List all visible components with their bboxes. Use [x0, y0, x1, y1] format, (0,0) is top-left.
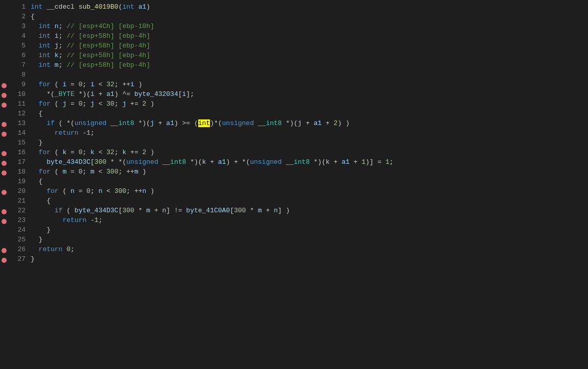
- ln-11: 11: [12, 99, 26, 109]
- bp-16: [0, 147, 9, 157]
- code-line-5: int j; // [esp+58h] [ebp-4h]: [29, 41, 588, 51]
- ln-1: 1: [12, 2, 26, 12]
- bp-19: [0, 177, 9, 186]
- bp-15: [0, 138, 9, 147]
- ln-14: 14: [12, 128, 26, 138]
- breakpoint-dot-13[interactable]: [2, 122, 7, 127]
- ln-24: 24: [12, 225, 26, 235]
- bp-5: [0, 41, 9, 51]
- code-line-16: for ( k = 0; k < 32; k += 2 ): [29, 147, 588, 157]
- bp-3: [0, 21, 9, 31]
- code-line-18: for ( m = 0; m < 300; ++m ): [29, 167, 588, 177]
- breakpoint-dot-22[interactable]: [2, 209, 7, 214]
- bp-21: [0, 196, 9, 206]
- bp-27: [0, 254, 9, 264]
- ln-3: 3: [12, 21, 26, 31]
- ln-20: 20: [12, 186, 26, 196]
- code-line-4: int i; // [esp+58h] [ebp-4h]: [29, 31, 588, 41]
- bp-2: [0, 12, 9, 21]
- line-numbers: 1 2 3 4 5 6 7 8 9 10 11 12 13 14 15 16 1…: [9, 2, 29, 369]
- code-line-11: for ( j = 0; j < 30; j += 2 ): [29, 99, 588, 109]
- ln-16: 16: [12, 147, 26, 157]
- breakpoint-dot-27[interactable]: [2, 258, 7, 263]
- bp-25: [0, 235, 9, 244]
- code-area[interactable]: int __cdecl sub_4019B0(int a1) { int n; …: [29, 2, 588, 369]
- bp-26: [0, 244, 9, 254]
- ln-22: 22: [12, 206, 26, 215]
- code-line-22: if ( byte_434D3C[300 * m + n] != byte_41…: [29, 206, 588, 215]
- bp-14: [0, 128, 9, 138]
- bp-23: [0, 215, 9, 225]
- code-line-3: int n; // [esp+4Ch] [ebp-10h]: [29, 21, 588, 31]
- bp-8: [0, 70, 9, 80]
- bp-18: [0, 167, 9, 177]
- ln-15: 15: [12, 138, 26, 147]
- code-line-19: {: [29, 177, 588, 186]
- breakpoint-dot-17[interactable]: [2, 161, 7, 166]
- bp-6: [0, 51, 9, 60]
- code-line-21: {: [29, 196, 588, 206]
- code-line-8: [29, 70, 588, 80]
- code-line-27: }: [29, 254, 588, 264]
- ln-6: 6: [12, 51, 26, 60]
- bp-11: [0, 99, 9, 109]
- breakpoint-dot-16[interactable]: [2, 151, 7, 156]
- breakpoint-dot-18[interactable]: [2, 170, 7, 176]
- ln-5: 5: [12, 41, 26, 51]
- ln-9: 9: [12, 80, 26, 89]
- bp-17: [0, 157, 9, 167]
- ln-2: 2: [12, 12, 26, 21]
- code-container: 1 2 3 4 5 6 7 8 9 10 11 12 13 14 15 16 1…: [0, 0, 588, 369]
- breakpoint-dot-9[interactable]: [2, 83, 7, 88]
- bp-7: [0, 60, 9, 70]
- code-line-10: *(_BYTE *)(i + a1) ^= byte_432034[i];: [29, 89, 588, 99]
- code-line-15: }: [29, 138, 588, 147]
- code-line-24: }: [29, 225, 588, 235]
- code-line-23: return -1;: [29, 215, 588, 225]
- bp-1: [0, 2, 9, 12]
- code-line-7: int m; // [esp+58h] [ebp-4h]: [29, 60, 588, 70]
- ln-13: 13: [12, 118, 26, 128]
- ln-21: 21: [12, 196, 26, 206]
- bp-22: [0, 206, 9, 215]
- breakpoint-dot-23[interactable]: [2, 219, 7, 224]
- bp-10: [0, 89, 9, 99]
- ln-7: 7: [12, 60, 26, 70]
- code-line-1: int __cdecl sub_4019B0(int a1): [29, 2, 588, 12]
- ln-8: 8: [12, 70, 26, 80]
- code-line-17: byte_434D3C[300 * *(unsigned __int8 *)(k…: [29, 157, 588, 167]
- code-line-13: if ( *(unsigned __int8 *)(j + a1) >= (in…: [29, 118, 588, 128]
- bp-12: [0, 109, 9, 118]
- code-line-20: for ( n = 0; n < 300; ++n ): [29, 186, 588, 196]
- breakpoint-dot-20[interactable]: [2, 190, 7, 195]
- bp-9: [0, 80, 9, 89]
- breakpoints-column: [0, 2, 9, 369]
- breakpoint-dot-10[interactable]: [2, 93, 7, 98]
- code-line-12: {: [29, 109, 588, 118]
- code-line-2: {: [29, 12, 588, 21]
- bp-20: [0, 186, 9, 196]
- ln-25: 25: [12, 235, 26, 244]
- breakpoint-dot-14[interactable]: [2, 132, 7, 137]
- code-line-6: int k; // [esp+58h] [ebp-4h]: [29, 51, 588, 60]
- ln-27: 27: [12, 254, 26, 264]
- ln-10: 10: [12, 89, 26, 99]
- bp-24: [0, 225, 9, 235]
- code-line-14: return -1;: [29, 128, 588, 138]
- breakpoint-dot-11[interactable]: [2, 103, 7, 108]
- ln-19: 19: [12, 177, 26, 186]
- bp-13: [0, 118, 9, 128]
- code-line-9: for ( i = 0; i < 32; ++i ): [29, 80, 588, 89]
- ln-18: 18: [12, 167, 26, 177]
- ln-4: 4: [12, 31, 26, 41]
- bp-4: [0, 31, 9, 41]
- ln-26: 26: [12, 244, 26, 254]
- ln-12: 12: [12, 109, 26, 118]
- breakpoint-dot-26[interactable]: [2, 248, 7, 253]
- code-line-25: }: [29, 235, 588, 244]
- ln-17: 17: [12, 157, 26, 167]
- code-line-26: return 0;: [29, 244, 588, 254]
- ln-23: 23: [12, 215, 26, 225]
